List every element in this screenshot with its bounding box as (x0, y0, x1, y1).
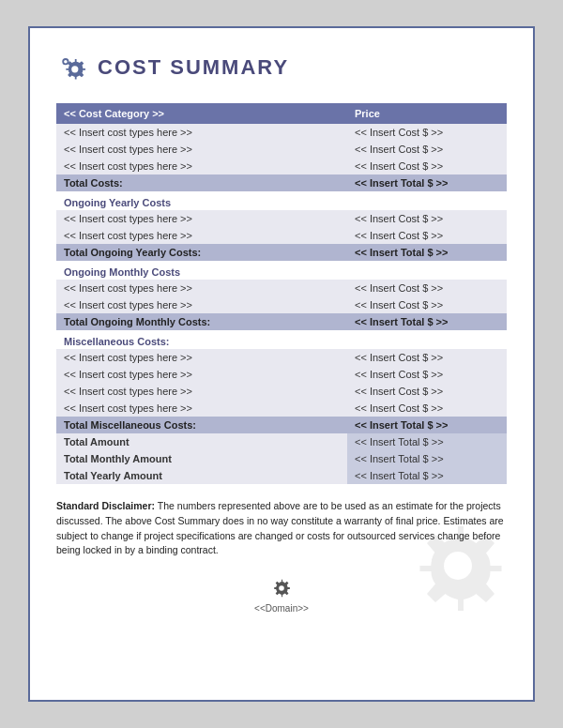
total-label: Total Ongoing Yearly Costs: (56, 244, 347, 261)
col-category-header: << Cost Category >> (56, 103, 347, 124)
total-price: << Insert Total $ >> (347, 313, 507, 330)
page-title: Cost Summary (98, 55, 289, 80)
table-row: << Insert cost types here >><< Insert Co… (56, 124, 507, 141)
summary-label: Total Yearly Amount (56, 467, 347, 484)
section-header-label: Ongoing Monthly Costs (56, 261, 507, 280)
section-header-row: Ongoing Monthly Costs (56, 261, 507, 280)
cell-label: << Insert cost types here >> (56, 383, 347, 400)
cell-label: << Insert cost types here >> (56, 210, 347, 227)
total-row: Total Ongoing Monthly Costs:<< Insert To… (56, 313, 507, 330)
total-price: << Insert Total $ >> (347, 174, 507, 191)
table-row: << Insert cost types here >><< Insert Co… (56, 141, 507, 158)
cell-label: << Insert cost types here >> (56, 349, 347, 366)
total-label: Total Ongoing Monthly Costs: (56, 313, 347, 330)
table-row: << Insert cost types here >><< Insert Co… (56, 280, 507, 296)
cell-price: << Insert Cost $ >> (347, 210, 507, 227)
cell-label: << Insert cost types here >> (56, 280, 347, 296)
col-price-header: Price (347, 103, 507, 124)
cell-price: << Insert Cost $ >> (347, 296, 507, 313)
section-header-label: Ongoing Yearly Costs (56, 191, 507, 210)
cell-price: << Insert Cost $ >> (347, 366, 507, 383)
table-row: << Insert cost types here >><< Insert Co… (56, 383, 507, 400)
cell-label: << Insert cost types here >> (56, 296, 347, 313)
table-row: << Insert cost types here >><< Insert Co… (56, 158, 507, 174)
svg-point-1 (71, 66, 78, 72)
total-row: Total Miscellaneous Costs:<< Insert Tota… (56, 417, 507, 433)
cell-label: << Insert cost types here >> (56, 124, 347, 141)
total-label: Total Miscellaneous Costs: (56, 417, 347, 433)
total-price: << Insert Total $ >> (347, 417, 507, 433)
table-row: << Insert cost types here >><< Insert Co… (56, 366, 507, 383)
cell-price: << Insert Cost $ >> (347, 158, 507, 174)
total-price: << Insert Total $ >> (347, 244, 507, 261)
disclaimer-heading: Standard Disclaimer: (56, 500, 155, 511)
table-row: << Insert cost types here >><< Insert Co… (56, 210, 507, 227)
total-row: Total Costs:<< Insert Total $ >> (56, 174, 507, 191)
summary-row: Total Amount<< Insert Total $ >> (56, 433, 507, 450)
cell-label: << Insert cost types here >> (56, 400, 347, 417)
cell-price: << Insert Cost $ >> (347, 124, 507, 141)
cell-price: << Insert Cost $ >> (347, 227, 507, 244)
cell-label: << Insert cost types here >> (56, 141, 347, 158)
cell-price: << Insert Cost $ >> (347, 280, 507, 296)
footer: <<Domain>> (56, 575, 507, 614)
section-header-label: Miscellaneous Costs: (56, 330, 507, 349)
section-header-row: Ongoing Yearly Costs (56, 191, 507, 210)
gear-icon (56, 51, 90, 84)
section-header-row: Miscellaneous Costs: (56, 330, 507, 349)
cost-table: << Cost Category >> Price << Insert cost… (56, 103, 507, 484)
header: Cost Summary (56, 51, 507, 84)
summary-price: << Insert Total $ >> (347, 433, 507, 450)
table-row: << Insert cost types here >><< Insert Co… (56, 400, 507, 417)
cell-price: << Insert Cost $ >> (347, 383, 507, 400)
summary-price: << Insert Total $ >> (347, 450, 507, 467)
cell-label: << Insert cost types here >> (56, 158, 347, 174)
table-row: << Insert cost types here >><< Insert Co… (56, 227, 507, 244)
svg-point-3 (64, 60, 68, 64)
cell-label: << Insert cost types here >> (56, 227, 347, 244)
footer-gear-icon (268, 575, 295, 601)
cell-label: << Insert cost types here >> (56, 366, 347, 383)
cell-price: << Insert Cost $ >> (347, 141, 507, 158)
total-label: Total Costs: (56, 174, 347, 191)
summary-row: Total Yearly Amount<< Insert Total $ >> (56, 467, 507, 484)
cell-price: << Insert Cost $ >> (347, 400, 507, 417)
summary-row: Total Monthly Amount<< Insert Total $ >> (56, 450, 507, 467)
total-row: Total Ongoing Yearly Costs:<< Insert Tot… (56, 244, 507, 261)
summary-price: << Insert Total $ >> (347, 467, 507, 484)
footer-domain-label: <<Domain>> (254, 603, 309, 614)
table-row: << Insert cost types here >><< Insert Co… (56, 296, 507, 313)
disclaimer: Standard Disclaimer: The numbers represe… (56, 499, 507, 558)
table-row: << Insert cost types here >><< Insert Co… (56, 349, 507, 366)
page: Cost Summary << Cost Category >> Price <… (28, 26, 535, 702)
summary-label: Total Amount (56, 433, 347, 450)
table-header-row: << Cost Category >> Price (56, 103, 507, 124)
svg-point-7 (279, 585, 284, 591)
summary-label: Total Monthly Amount (56, 450, 347, 467)
cell-price: << Insert Cost $ >> (347, 349, 507, 366)
